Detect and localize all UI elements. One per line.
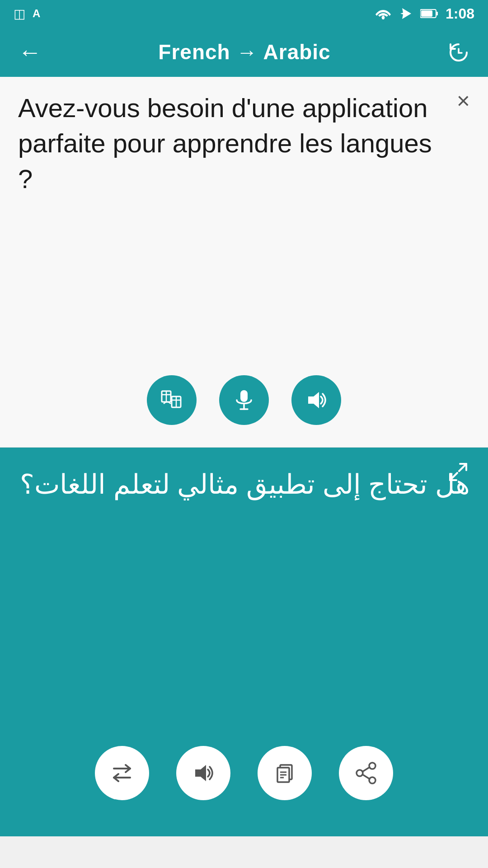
close-button[interactable]: × (457, 90, 470, 112)
svg-point-21 (369, 777, 375, 783)
speaker-button-source[interactable] (291, 375, 341, 425)
airplane-icon (399, 6, 413, 21)
translate-button[interactable] (147, 375, 197, 425)
copy-button[interactable] (258, 746, 312, 800)
svg-marker-14 (195, 765, 206, 781)
svg-line-24 (362, 774, 370, 779)
svg-point-0 (382, 17, 385, 19)
battery-icon (420, 8, 438, 19)
svg-marker-13 (308, 392, 319, 408)
toolbar-title: French → Arabic (158, 40, 330, 64)
microphone-button[interactable] (219, 375, 269, 425)
svg-rect-3 (421, 10, 432, 17)
svg-rect-2 (436, 12, 438, 15)
speaker-button-translation[interactable] (176, 746, 230, 800)
source-actions (18, 362, 470, 434)
status-time: 1:08 (446, 5, 474, 22)
translation-text: هل تحتاج إلى تطبيق مثالي لتعلم اللغات؟ (18, 461, 470, 732)
back-button[interactable]: ← (18, 40, 42, 64)
text-status-icon: A (33, 7, 40, 20)
expand-button[interactable] (446, 460, 470, 484)
image-status-icon: ◫ (14, 6, 25, 21)
source-text[interactable]: Avez-vous besoin d'une application parfa… (18, 90, 470, 362)
share-button[interactable] (339, 746, 393, 800)
swap-button[interactable] (95, 746, 149, 800)
translation-actions (18, 732, 470, 809)
status-bar-right: 1:08 (375, 5, 474, 22)
svg-point-20 (369, 763, 375, 769)
translation-panel: هل تحتاج إلى تطبيق مثالي لتعلم اللغات؟ (0, 448, 488, 836)
source-panel: × Avez-vous besoin d'une application par… (0, 77, 488, 448)
toolbar: ← French → Arabic (0, 27, 488, 77)
status-bar-left: ◫ A (14, 6, 40, 21)
svg-rect-10 (240, 390, 248, 402)
wifi-icon (375, 7, 391, 20)
status-bar: ◫ A 1:08 (0, 0, 488, 27)
svg-line-23 (362, 767, 370, 772)
history-button[interactable] (447, 41, 470, 63)
svg-point-22 (357, 770, 363, 776)
